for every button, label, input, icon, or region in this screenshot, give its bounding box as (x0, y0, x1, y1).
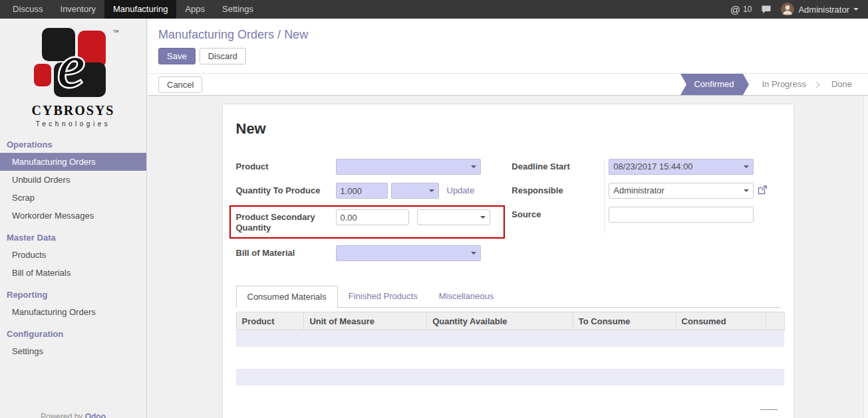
table-header-row: Product Unit of Measure Quantity Availab… (236, 312, 784, 330)
tab-finished-products[interactable]: Finished Products (338, 286, 428, 308)
record-title: New (236, 120, 780, 138)
form-sheet: New Product Quantity To Produce (222, 104, 794, 418)
deadline-input[interactable]: 08/23/2017 15:44:00 (609, 159, 754, 175)
update-link[interactable]: Update (447, 183, 475, 195)
powered-by-text: Powered by (41, 412, 82, 418)
deadline-value: 08/23/2017 15:44:00 (613, 161, 692, 171)
quantity-row: Quantity To Produce Update (236, 183, 503, 199)
table-header-product[interactable]: Product (236, 312, 304, 330)
user-name: Administrator (798, 5, 849, 15)
sidebar: e ™ CYBROSYS Technologies Operations Man… (0, 19, 147, 418)
dropdown-caret-icon (480, 216, 486, 219)
topbar-right: @ 10 Administrator (730, 3, 868, 16)
sidebar-item-reporting-manufacturing-orders[interactable]: Manufacturing Orders (0, 303, 146, 321)
secondary-quantity-label: Product Secondary Quantity (236, 209, 336, 233)
table-header-to-consume[interactable]: To Consume (573, 312, 676, 330)
column-separator (604, 160, 605, 233)
tab-miscellaneous[interactable]: Miscellaneous (428, 286, 504, 308)
table-header-qty-available[interactable]: Quantity Available (427, 312, 573, 330)
main-area: Manufacturing Orders / New Save Discard … (148, 19, 868, 418)
sidebar-item-products[interactable]: Products (0, 246, 146, 264)
tab-consumed-materials[interactable]: Consumed Materials (236, 286, 338, 308)
quantity-uom-select[interactable] (391, 183, 439, 199)
statusbar: Confirmed In Progress Done (680, 74, 861, 95)
breadcrumb-current: New (284, 28, 308, 41)
product-row: Product (236, 159, 503, 175)
product-label: Product (236, 159, 336, 172)
stage-done[interactable]: Done (822, 74, 861, 95)
breadcrumb: Manufacturing Orders / New (158, 28, 868, 42)
dropdown-caret-icon (744, 189, 749, 192)
dropdown-caret-icon (429, 189, 434, 192)
action-buttons: Save Discard (158, 48, 868, 64)
bom-row: Bill of Material (236, 245, 503, 261)
deadline-label: Deadline Start (511, 159, 609, 172)
sidebar-item-settings[interactable]: Settings (0, 342, 146, 360)
form-left-column: Product Quantity To Produce Update (236, 159, 503, 269)
table-row (236, 347, 784, 369)
breadcrumb-parent[interactable]: Manufacturing Orders (158, 28, 274, 41)
table-row (236, 369, 784, 385)
sidebar-item-bill-of-materials[interactable]: Bill of Materials (0, 264, 146, 282)
responsible-value: Administrator (613, 185, 664, 195)
sidebar-item-manufacturing-orders[interactable]: Manufacturing Orders (0, 153, 146, 171)
secondary-uom-select[interactable] (417, 209, 490, 225)
cybrosys-logo-icon: e ™ (23, 27, 123, 98)
sidebar-item-workorder-messages[interactable]: Workorder Messages (0, 207, 146, 225)
stage-in-progress[interactable]: In Progress (752, 74, 815, 95)
responsible-label: Responsible (511, 183, 609, 196)
content-background: New Product Quantity To Produce (148, 96, 868, 418)
menu-discuss[interactable]: Discuss (4, 0, 52, 19)
discard-button[interactable]: Discard (200, 48, 246, 64)
product-select[interactable] (336, 159, 481, 175)
consumed-materials-table: Product Unit of Measure Quantity Availab… (236, 312, 785, 385)
user-menu[interactable]: Administrator (781, 3, 859, 16)
scrollbar[interactable] (863, 96, 868, 418)
table-row (236, 330, 784, 347)
form-right-column: Deadline Start 08/23/2017 15:44:00 Respo… (502, 159, 780, 269)
secondary-quantity-input[interactable] (336, 209, 409, 225)
quantity-input[interactable] (336, 183, 388, 199)
responsible-select[interactable]: Administrator (609, 183, 754, 199)
avatar (781, 3, 794, 16)
stage-confirmed[interactable]: Confirmed (680, 74, 743, 95)
source-input[interactable] (609, 207, 754, 223)
chevron-down-icon (853, 8, 859, 11)
quantity-label: Quantity To Produce (236, 183, 336, 196)
logo-title: CYBROSYS (0, 103, 146, 118)
odoo-link[interactable]: Odoo (85, 412, 106, 418)
form-fields: Product Quantity To Produce Update (236, 159, 780, 269)
chat-icon[interactable] (761, 5, 772, 15)
deadline-row: Deadline Start 08/23/2017 15:44:00 (511, 159, 780, 175)
external-link-icon[interactable] (758, 185, 767, 195)
table-header-consumed[interactable]: Consumed (676, 312, 766, 330)
menu-inventory[interactable]: Inventory (52, 0, 104, 19)
section-configuration: Configuration (0, 321, 146, 342)
sidebar-item-scrap[interactable]: Scrap (0, 189, 146, 207)
bom-select[interactable] (336, 245, 481, 261)
section-reporting: Reporting (0, 282, 146, 303)
responsible-row: Responsible Administrator (511, 183, 780, 199)
dropdown-caret-icon (471, 252, 476, 255)
cancel-button[interactable]: Cancel (158, 76, 202, 93)
activity-at-icon: @ (730, 4, 740, 15)
logo-subtitle: Technologies (0, 120, 146, 128)
company-logo: e ™ CYBROSYS Technologies (0, 19, 146, 132)
section-operations: Operations (0, 132, 146, 153)
sidebar-item-unbuild-orders[interactable]: Unbuild Orders (0, 171, 146, 189)
form-header-bar: Cancel Confirmed In Progress Done (148, 73, 868, 96)
powered-by: Powered by Odoo (0, 412, 146, 418)
save-button[interactable]: Save (158, 48, 196, 64)
control-panel: Manufacturing Orders / New Save Discard (148, 19, 868, 73)
menu-settings[interactable]: Settings (214, 0, 262, 19)
table-header-uom[interactable]: Unit of Measure (304, 312, 427, 330)
menu-manufacturing[interactable]: Manufacturing (104, 0, 176, 19)
dropdown-caret-icon (744, 165, 749, 168)
svg-text:™: ™ (112, 29, 119, 36)
menu-apps[interactable]: Apps (176, 0, 214, 19)
column-sum-line (760, 409, 778, 410)
activity-menu[interactable]: @ 10 (730, 4, 752, 15)
breadcrumb-separator: / (277, 28, 281, 41)
notebook-tabs: Consumed Materials Finished Products Mis… (236, 285, 780, 308)
top-navbar: Discuss Inventory Manufacturing Apps Set… (0, 0, 868, 19)
